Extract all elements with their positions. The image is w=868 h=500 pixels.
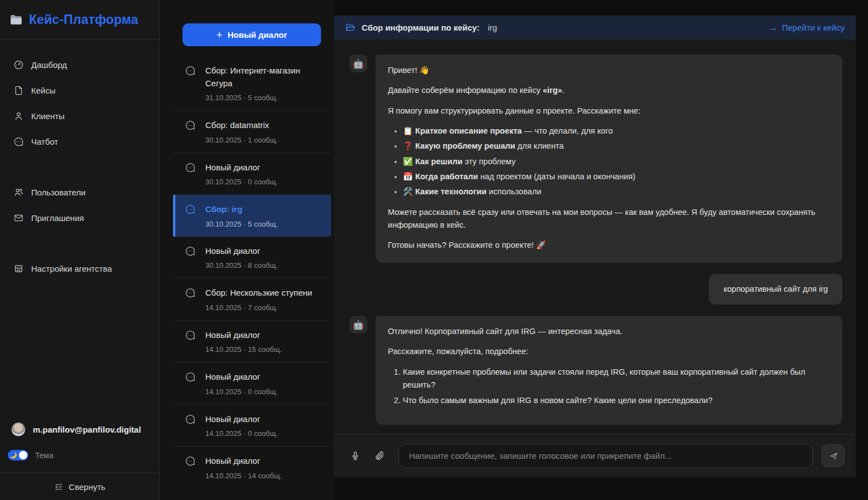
collapse-icon (54, 482, 63, 492)
open-folder-icon (345, 22, 356, 33)
theme-row: 🌙 Тема (0, 450, 159, 460)
dialog-title: Сбор: Нескользкие ступени (205, 288, 312, 297)
sidebar: Кейс-Платформа Дашборд Кейсы Клиенты Чат… (0, 0, 160, 500)
chat-bubble-icon (184, 120, 196, 131)
composer (334, 434, 856, 477)
sidebar-item-label: Чатбот (31, 137, 58, 146)
sidebar-item-clients[interactable]: Клиенты (0, 103, 159, 129)
dialog-title: Новый диалог (205, 372, 260, 381)
dialog-title: Новый диалог (205, 414, 260, 424)
sidebar-item-agency-settings[interactable]: Настройки агентства (0, 256, 159, 281)
dialog-title: Сбор: Интернет-магазин Сегура (205, 66, 300, 88)
app-logo: Кейс-Платформа (0, 0, 159, 40)
send-button[interactable] (822, 444, 845, 467)
dialog-item[interactable]: Новый диалог30.10.2025 · 8 сообщ. (173, 237, 331, 279)
chat-bubble-icon (184, 455, 196, 467)
avatar (11, 422, 26, 437)
dialog-meta: 14.10.2025 · 0 сообщ. (205, 429, 278, 438)
paperclip-icon (374, 450, 385, 461)
message-input[interactable] (398, 444, 813, 468)
chat-icon (13, 136, 24, 147)
dialog-title: Сбор: irg (205, 204, 243, 214)
new-dialog-button[interactable]: + Новый диалог (183, 23, 321, 46)
sidebar-item-chatbot[interactable]: Чатбот (0, 129, 159, 154)
nav-spacer (0, 231, 159, 256)
sidebar-item-label: Приглашения (31, 213, 84, 223)
chat-wrapper: Сбор информации по кейсу: irg → Перейти … (334, 0, 868, 500)
dialog-item[interactable]: Новый диалог14.10.2025 · 15 сообщ. (173, 321, 331, 363)
microphone-button[interactable] (345, 446, 365, 466)
chat-bubble-icon (184, 65, 196, 77)
mail-icon (13, 213, 24, 223)
nav-spacer (0, 154, 159, 179)
gauge-icon (13, 60, 24, 70)
robot-icon: 🤖 (353, 320, 364, 330)
sidebar-item-label: Настройки агентства (31, 264, 112, 273)
sidebar-item-label: Кейсы (31, 86, 56, 95)
dialog-item[interactable]: Сбор: Интернет-магазин Сегура31.10.2025 … (173, 56, 331, 111)
user-message-row: корпоративный сайт для irg (349, 274, 842, 305)
chat-bubble-icon (184, 162, 196, 174)
dialog-title: Новый диалог (205, 246, 260, 256)
dialog-item[interactable]: Сбор: Нескользкие ступени14.10.2025 · 7 … (173, 278, 331, 321)
chat-header: Сбор информации по кейсу: irg → Перейти … (334, 16, 856, 40)
bot-avatar: 🤖 (349, 55, 367, 72)
robot-icon: 🤖 (353, 58, 364, 69)
dialog-title: Новый диалог (205, 456, 260, 465)
collapse-sidebar-button[interactable]: Свернуть (0, 473, 159, 500)
dialog-item-selected[interactable]: Сбор: irg30.10.2025 · 5 сообщ. (173, 195, 331, 237)
building-icon (13, 263, 24, 274)
chat-header-title-group: Сбор информации по кейсу: irg (345, 22, 497, 33)
sidebar-item-label: Дашборд (31, 60, 67, 70)
sidebar-item-cases[interactable]: Кейсы (0, 77, 159, 103)
new-dialog-label: Новый диалог (228, 30, 287, 40)
dialog-item[interactable]: Новый диалог30.10.2025 · 0 сообщ. (173, 153, 331, 195)
document-icon (13, 85, 24, 96)
sidebar-item-dashboard[interactable]: Дашборд (0, 52, 159, 77)
dialog-title: Новый диалог (205, 330, 260, 340)
goto-case-link[interactable]: → Перейти к кейсу (768, 23, 845, 33)
dialog-meta: 14.10.2025 · 14 сообщ. (205, 472, 282, 480)
bot-avatar: 🤖 (349, 316, 367, 334)
sidebar-nav: Дашборд Кейсы Клиенты Чатбот Пользовател… (0, 40, 159, 281)
sidebar-spacer (0, 281, 159, 422)
user-account[interactable]: m.panfilov@panfilov.digital (0, 422, 159, 437)
sidebar-item-users[interactable]: Пользователи (0, 179, 159, 205)
bot-message-row: 🤖Отлично! Корпоративный сайт для IRG — и… (349, 316, 842, 425)
dialog-meta: 14.10.2025 · 0 сообщ. (205, 388, 278, 396)
attach-file-button[interactable] (369, 446, 389, 466)
microphone-icon (350, 450, 361, 461)
send-icon (828, 451, 839, 461)
arrow-right-icon: → (768, 23, 777, 33)
plus-icon: + (216, 30, 223, 40)
chat-bubble-icon (184, 371, 196, 383)
chat-bubble-icon (184, 330, 196, 341)
user-message-bubble: корпоративный сайт для irg (709, 274, 842, 305)
dialog-meta: 14.10.2025 · 7 сообщ. (205, 303, 312, 312)
chat-panel: Сбор информации по кейсу: irg → Перейти … (334, 16, 856, 477)
theme-toggle[interactable]: 🌙 (8, 450, 28, 460)
dialog-meta: 30.10.2025 · 8 сообщ. (205, 261, 278, 269)
dialog-meta: 14.10.2025 · 15 сообщ. (205, 345, 282, 354)
collapse-label: Свернуть (69, 482, 106, 492)
sidebar-item-label: Клиенты (31, 111, 65, 121)
sidebar-item-label: Пользователи (31, 188, 86, 197)
dialog-item[interactable]: Новый диалог14.10.2025 · 0 сообщ. (173, 362, 331, 405)
dialog-meta: 31.10.2025 · 5 сообщ. (205, 94, 324, 102)
bot-message-row: 🤖Привет! 👋Давайте соберём информацию по … (349, 55, 842, 263)
sidebar-item-invitations[interactable]: Приглашения (0, 205, 159, 231)
bot-message-bubble: Привет! 👋Давайте соберём информацию по к… (376, 55, 842, 263)
moon-icon: 🌙 (9, 450, 17, 460)
dialog-meta: 30.10.2025 · 1 сообщ. (205, 136, 278, 144)
dialog-title: Новый диалог (205, 163, 260, 172)
dialog-item[interactable]: Новый диалог14.10.2025 · 0 сообщ. (173, 405, 331, 447)
person-icon (13, 111, 24, 121)
app-title: Кейс-Платформа (29, 12, 139, 27)
dialog-item[interactable]: Новый диалог14.10.2025 · 14 сообщ. (173, 447, 331, 488)
dialog-meta: 30.10.2025 · 0 сообщ. (205, 178, 278, 186)
dialog-meta: 30.10.2025 · 5 сообщ. (205, 220, 278, 228)
bot-message-bubble: Отлично! Корпоративный сайт для IRG — ин… (376, 316, 842, 425)
chat-bubble-icon (184, 414, 196, 425)
dialog-item[interactable]: Сбор: datamatrix30.10.2025 · 1 сообщ. (173, 111, 331, 153)
app-root: Кейс-Платформа Дашборд Кейсы Клиенты Чат… (0, 0, 868, 500)
